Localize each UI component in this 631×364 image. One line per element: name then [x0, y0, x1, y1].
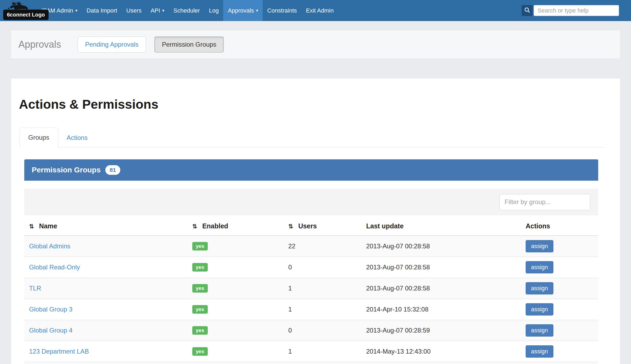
search-input[interactable] — [534, 5, 619, 16]
enabled-badge: yes — [192, 263, 208, 272]
nav-item-scheduler[interactable]: Scheduler — [169, 0, 204, 21]
users-count: 1 — [288, 341, 366, 362]
approvals-subheader: Approvals Pending Approvals Permission G… — [11, 30, 620, 59]
nav-item-label: Users — [126, 7, 141, 14]
nav-item-constraints[interactable]: Constraints — [263, 0, 301, 21]
users-count: 1 — [288, 278, 366, 299]
table-row: Global Group 5 yes 0 2013-Aug-07 00:29:0… — [24, 362, 598, 364]
table-header-row: ⇅ Name ⇅ Enabled ⇅ Users Last update — [24, 215, 598, 236]
last-update: 2013-Aug-07 00:28:58 — [366, 236, 526, 257]
last-update: 2014-Apr-10 15:32:08 — [366, 299, 526, 320]
last-update: 2013-Aug-07 00:28:58 — [366, 278, 526, 299]
group-name-link[interactable]: 123 Department LAB — [29, 348, 89, 355]
group-name-link[interactable]: Global Group 3 — [29, 306, 73, 313]
nav-item-exit-admin[interactable]: Exit Admin — [301, 0, 338, 21]
panel-title: Permission Groups — [32, 166, 101, 174]
nav-item-label: Log — [209, 7, 219, 14]
column-header-last-update: Last update — [366, 215, 526, 236]
assign-button[interactable]: assign — [526, 303, 553, 316]
users-count: 1 — [288, 299, 366, 320]
sort-icon: ⇅ — [288, 223, 293, 230]
logo-tooltip: 6connect Logo — [3, 10, 49, 20]
panel-header: Permission Groups 81 — [24, 159, 598, 181]
column-header-enabled[interactable]: ⇅ Enabled — [192, 215, 288, 236]
last-update: 2013-Aug-07 00:29:00 — [366, 362, 526, 364]
assign-button[interactable]: assign — [526, 282, 553, 294]
nav-item-users[interactable]: Users — [122, 0, 146, 21]
column-header-users[interactable]: ⇅ Users — [288, 215, 366, 236]
users-count: 22 — [288, 236, 366, 257]
assign-button[interactable]: assign — [526, 345, 553, 358]
table-row: 123 Department LAB yes 1 2014-May-13 12:… — [24, 341, 598, 362]
nav-item-approvals[interactable]: Approvals ▾ — [223, 0, 263, 21]
tab-groups[interactable]: Groups — [19, 128, 58, 147]
column-header-actions: Actions — [526, 215, 598, 236]
nav-item-api[interactable]: API ▾ — [146, 0, 169, 21]
chevron-down-icon: ▾ — [256, 8, 258, 13]
tab-actions[interactable]: Actions — [58, 128, 96, 147]
users-count: 0 — [288, 362, 366, 364]
enabled-badge: yes — [192, 284, 208, 293]
last-update: 2014-May-13 12:43:00 — [366, 341, 526, 362]
sort-icon: ⇅ — [29, 223, 34, 230]
users-count: 0 — [288, 257, 366, 278]
pending-approvals-button[interactable]: Pending Approvals — [78, 37, 146, 52]
group-filter-input[interactable] — [500, 194, 590, 210]
navbar-search — [522, 5, 619, 16]
panel-toolbar — [24, 189, 598, 215]
enabled-badge: yes — [192, 347, 208, 356]
last-update: 2013-Aug-07 00:28:59 — [366, 320, 526, 341]
table-row: Global Read-Only yes 0 2013-Aug-07 00:28… — [24, 257, 598, 278]
table-row: TLR yes 1 2013-Aug-07 00:28:58 assign — [24, 278, 598, 299]
sort-icon: ⇅ — [192, 223, 197, 230]
nav-item-log[interactable]: Log — [204, 0, 223, 21]
group-name-link[interactable]: Global Read-Only — [29, 264, 80, 271]
nav-item-label: Exit Admin — [306, 7, 334, 14]
table-row: Global Group 3 yes 1 2014-Apr-10 15:32:0… — [24, 299, 598, 320]
enabled-badge: yes — [192, 326, 208, 335]
subheader-title: Approvals — [18, 39, 61, 50]
users-count: 0 — [288, 320, 366, 341]
group-count-badge: 81 — [105, 165, 120, 175]
nav-item-label: Constraints — [267, 7, 297, 14]
nav-item-data-import[interactable]: Data Import — [82, 0, 122, 21]
group-name-link[interactable]: Global Group 4 — [29, 327, 73, 334]
table-row: Global Admins yes 22 2013-Aug-07 00:28:5… — [24, 236, 598, 257]
permission-groups-panel: Permission Groups 81 ⇅ Name ⇅ Enabled — [24, 159, 598, 364]
assign-button[interactable]: assign — [526, 324, 553, 337]
page-title: Actions & Permissions — [19, 97, 620, 112]
nav-item-label: Scheduler — [173, 7, 200, 14]
column-header-name[interactable]: ⇅ Name — [24, 215, 192, 236]
permission-groups-table: ⇅ Name ⇅ Enabled ⇅ Users Last update — [24, 215, 598, 364]
group-name-link[interactable]: Global Admins — [29, 242, 70, 250]
top-navbar: 6connect Logo IPAM Admin ▾ Data Import U… — [0, 0, 631, 21]
assign-button[interactable]: assign — [526, 240, 553, 252]
nav-item-label: Data Import — [86, 7, 117, 14]
nav-item-label: API — [151, 7, 160, 14]
enabled-badge: yes — [192, 242, 208, 250]
chevron-down-icon: ▾ — [162, 8, 164, 13]
chevron-down-icon: ▾ — [75, 8, 77, 13]
search-button[interactable] — [522, 5, 533, 16]
group-name-link[interactable]: TLR — [29, 285, 41, 292]
assign-button[interactable]: assign — [526, 261, 553, 273]
tab-bar: Groups Actions — [19, 128, 604, 147]
last-update: 2013-Aug-07 00:28:58 — [366, 257, 526, 278]
table-row: Global Group 4 yes 0 2013-Aug-07 00:28:5… — [24, 320, 598, 341]
enabled-badge: yes — [192, 305, 208, 314]
permission-groups-button[interactable]: Permission Groups — [154, 37, 224, 52]
nav-menu: IPAM Admin ▾ Data Import Users API ▾ Sch… — [37, 0, 338, 21]
main-content-card: Actions & Permissions Groups Actions Per… — [11, 78, 620, 364]
search-icon — [524, 7, 530, 14]
nav-item-label: Approvals — [228, 7, 254, 14]
